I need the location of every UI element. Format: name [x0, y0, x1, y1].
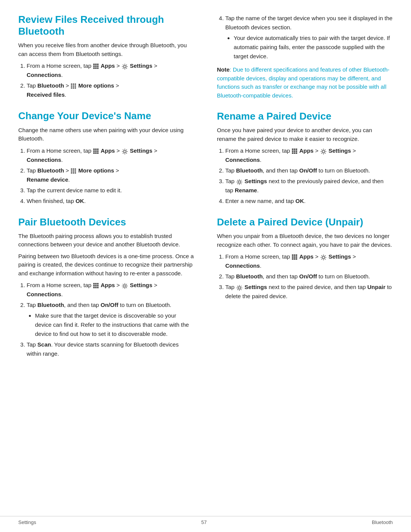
section-delete-paired-steps: From a Home screen, tap Apps > Settings …: [225, 252, 393, 301]
section-review-files-title: Review Files Received through Bluetooth: [18, 14, 194, 37]
section-pair-intro1: The Bluetooth pairing process allows you…: [18, 232, 194, 249]
left-column: Review Files Received through Bluetooth …: [18, 14, 198, 369]
section-rename-paired-intro: Once you have paired your device to anot…: [217, 126, 393, 143]
section-pair-devices: Pair Bluetooth Devices The Bluetooth pai…: [18, 216, 194, 359]
settings-label: Settings: [328, 253, 351, 260]
list-item: From a Home screen, tap Apps > Settings …: [27, 61, 194, 80]
svg-point-3: [322, 150, 325, 153]
more-options-label: More options: [78, 82, 114, 89]
rename-label: Rename: [235, 187, 257, 193]
section-delete-paired: Delete a Paired Device (Unpair) When you…: [217, 216, 393, 301]
apps-icon: [93, 283, 99, 288]
section-rename-paired-title: Rename a Paired Device: [217, 110, 393, 122]
settings-label: Settings: [130, 62, 152, 69]
settings-gear-icon: [122, 63, 128, 69]
apps-label: Apps: [299, 253, 314, 260]
connections-label: Connections: [225, 262, 260, 269]
bluetooth-label: Bluetooth: [236, 167, 263, 174]
settings-label: Settings: [130, 147, 152, 154]
list-item: Tap the name of the target device when y…: [225, 14, 393, 61]
connections-label: Connections: [27, 72, 61, 78]
section-delete-paired-title: Delete a Paired Device (Unpair): [217, 216, 393, 228]
footer: Settings 57 Bluetooth: [0, 516, 411, 525]
connections-label: Connections: [27, 291, 61, 297]
more-options-icon: [71, 83, 76, 89]
section-change-name-title: Change Your Device's Name: [18, 110, 194, 122]
section-pair-devices-title: Pair Bluetooth Devices: [18, 216, 194, 228]
received-files-label: Received files: [27, 91, 65, 98]
svg-point-2: [124, 285, 126, 287]
settings-gear-icon: [236, 284, 242, 291]
list-item: Tap Settings next to the paired device, …: [225, 283, 393, 301]
unpair-label: Unpair: [367, 284, 386, 290]
settings-label: Settings: [130, 282, 152, 288]
list-item: Your device automatically tries to pair …: [234, 34, 393, 61]
more-options-label: More options: [78, 167, 114, 174]
settings-label2: Settings: [245, 284, 267, 290]
settings-gear-icon: [320, 148, 327, 154]
apps-icon: [292, 149, 297, 154]
list-item: Tap Settings next to the previously pair…: [225, 177, 393, 195]
footer-right: Bluetooth: [372, 519, 393, 525]
apps-label: Apps: [100, 62, 115, 69]
section-review-files-intro: When you receive files from another devi…: [18, 41, 194, 58]
apps-icon: [93, 64, 99, 69]
onoff-label: On/Off: [299, 273, 317, 280]
section-review-files: Review Files Received through Bluetooth …: [18, 14, 194, 99]
onoff-label: On/Off: [100, 302, 118, 308]
settings-gear-icon: [122, 148, 128, 154]
list-item: Tap Bluetooth, and then tap On/Off to tu…: [225, 272, 393, 281]
section-change-name-steps: From a Home screen, tap Apps > Settings …: [27, 146, 194, 206]
list-item: Tap the current device name to edit it.: [27, 186, 194, 195]
list-item: Make sure that the target device is disc…: [35, 311, 194, 339]
connections-label: Connections: [225, 157, 260, 163]
pair-bullet-list: Make sure that the target device is disc…: [35, 311, 194, 339]
footer-left: Settings: [18, 519, 36, 525]
onoff-label: On/Off: [299, 167, 317, 174]
svg-point-0: [124, 66, 126, 68]
apps-icon: [292, 254, 297, 260]
footer-center: 57: [201, 519, 207, 525]
pair-continued-bullets: Your device automatically tries to pair …: [234, 34, 393, 61]
bluetooth-label: Bluetooth: [37, 167, 64, 174]
note-content: Due to different specifications and feat…: [217, 66, 389, 99]
list-item: Tap Bluetooth, and then tap On/Off to tu…: [225, 166, 393, 175]
list-item: Tap Bluetooth > More options > Rename de…: [27, 166, 194, 184]
list-item: From a Home screen, tap Apps > Settings …: [225, 252, 393, 270]
svg-point-1: [124, 150, 126, 153]
settings-gear-icon: [236, 179, 242, 185]
scan-label: Scan: [37, 341, 51, 348]
bluetooth-label: Bluetooth: [37, 302, 64, 308]
list-item: From a Home screen, tap Apps > Settings …: [27, 146, 194, 165]
apps-label: Apps: [100, 282, 115, 288]
pair-continued-steps: Tap the name of the target device when y…: [225, 14, 393, 61]
section-pair-intro2: Pairing between two Bluetooth devices is…: [18, 252, 194, 278]
list-item: Enter a new name, and tap OK.: [225, 197, 393, 206]
bluetooth-label: Bluetooth: [236, 273, 263, 280]
section-rename-paired-steps: From a Home screen, tap Apps > Settings …: [225, 146, 393, 206]
settings-gear-icon: [320, 254, 327, 260]
page: Review Files Received through Bluetooth …: [0, 0, 411, 392]
settings-gear-icon: [122, 283, 128, 289]
settings-label2: Settings: [245, 178, 267, 184]
section-review-files-steps: From a Home screen, tap Apps > Settings …: [27, 61, 194, 99]
section-delete-paired-intro: When you unpair from a Bluetooth device,…: [217, 232, 393, 249]
right-column: Tap the name of the target device when y…: [213, 14, 393, 369]
list-item: From a Home screen, tap Apps > Settings …: [27, 281, 194, 299]
svg-point-6: [238, 287, 241, 289]
settings-label: Settings: [328, 147, 351, 154]
more-options-icon: [71, 168, 76, 174]
apps-label: Apps: [299, 147, 314, 154]
apps-icon: [93, 149, 99, 154]
connections-label: Connections: [27, 157, 61, 163]
section-pair-steps: From a Home screen, tap Apps > Settings …: [27, 281, 194, 358]
list-item: When finished, tap OK.: [27, 197, 194, 206]
section-pair-continued: Tap the name of the target device when y…: [217, 14, 393, 100]
apps-label: Apps: [100, 147, 115, 154]
list-item: From a Home screen, tap Apps > Settings …: [225, 146, 393, 165]
bluetooth-label: Bluetooth: [37, 82, 64, 89]
list-item: Tap Scan. Your device starts scanning fo…: [27, 340, 194, 358]
note-text: Note: Due to different specifications an…: [217, 66, 393, 100]
section-rename-paired: Rename a Paired Device Once you have pai…: [217, 110, 393, 206]
svg-point-4: [238, 181, 241, 183]
